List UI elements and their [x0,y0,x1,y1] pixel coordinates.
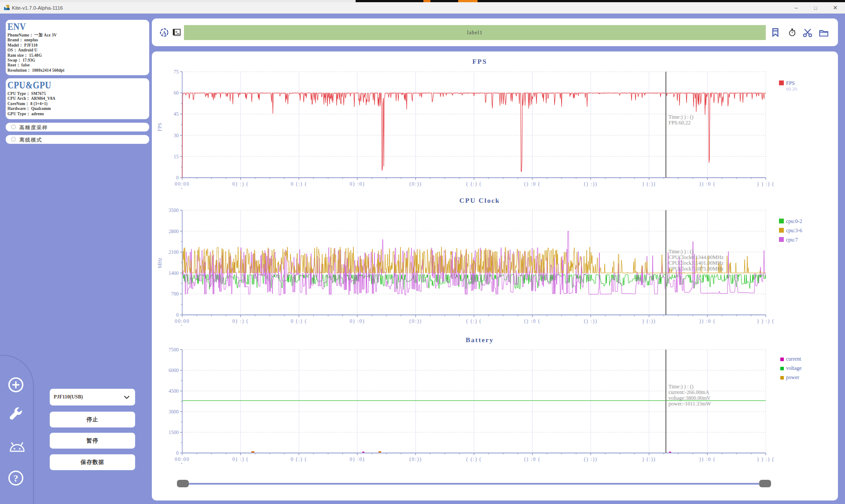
svg-text:cpu:0-2: cpu:0-2 [786,218,802,224]
svg-text:3500: 3500 [169,208,179,213]
svg-text:cpu:7: cpu:7 [786,237,798,243]
svg-text:6000: 6000 [169,368,179,373]
svg-text:(0:)): (0:)) [409,318,422,324]
svg-text:0) :0): 0) :0) [349,318,365,324]
svg-text:1500: 1500 [169,430,179,435]
svg-text:CPUClock7:1875.00MHz: CPUClock7:1875.00MHz [669,266,724,272]
svg-text:00:00: 00:00 [175,457,190,462]
svg-text:() :)): () :)) [584,318,598,324]
svg-text:) ) :) (: ) ) :) ( [757,181,775,187]
svg-text:FPS:60.22: FPS:60.22 [669,120,691,126]
svg-text:FPS: FPS [472,58,487,65]
svg-text:) ) :) (: ) ) :) ( [757,318,775,324]
svg-text:CPU Clock: CPU Clock [459,197,500,204]
svg-text:current: current [786,356,801,362]
svg-text:7500: 7500 [169,347,179,352]
svg-text:0) :0): 0) :0) [349,181,365,187]
svg-text:1400: 1400 [169,270,179,276]
svg-text:0: 0 [176,312,179,318]
svg-text:MHz: MHz [157,258,162,268]
svg-text:power: power [786,374,799,380]
svg-text:0) :) (: 0) :) ( [232,181,249,187]
svg-text:Battery: Battery [466,336,494,343]
svg-text:CPUClock0:1344.00MHz: CPUClock0:1344.00MHz [669,254,724,260]
svg-text:(0:)): (0:)) [409,457,422,462]
svg-text:( (:) (: ( (:) ( [466,181,481,187]
svg-text:2100: 2100 [169,249,179,255]
svg-text:power:-1011.33mW: power:-1011.33mW [669,401,711,407]
svg-text:) (:)): ) (:)) [642,457,656,462]
svg-text:() :0 (: () :0 ( [524,181,540,187]
svg-text:3000: 3000 [169,409,179,414]
svg-text:Time:) ) : (): Time:) ) : () [669,114,694,120]
svg-text:FPS: FPS [786,80,795,86]
svg-text:0: 0 [176,175,179,180]
svg-text:A: A [162,29,166,36]
svg-text:voltage: voltage [786,365,801,371]
svg-text:FPS: FPS [157,123,162,131]
svg-text:(0:)): (0:)) [409,181,422,187]
svg-text:0) :) (: 0) :) ( [232,318,249,324]
svg-text:) ) :) (: ) ) :) ( [757,457,775,462]
svg-text:) (:)): ) (:)) [642,318,656,324]
svg-text:current:-266.00mA: current:-266.00mA [669,389,709,395]
svg-text:30: 30 [174,133,179,138]
svg-text:( (:) (: ( (:) ( [466,318,481,324]
svg-text:0 (:) (: 0 (:) ( [291,181,307,187]
svg-text:0) :) (: 0) :) ( [232,457,249,462]
svg-text:CPUClock3:1401.00MHz: CPUClock3:1401.00MHz [669,260,724,266]
svg-text:() :0 (: () :0 ( [524,457,540,462]
svg-text:4500: 4500 [169,388,179,394]
svg-text:?: ? [14,473,18,484]
svg-text:45: 45 [174,111,179,117]
svg-text:0) :0): 0) :0) [349,457,365,462]
svg-text:15: 15 [174,154,179,159]
svg-text:00:00: 00:00 [175,181,190,186]
svg-text:() :)): () :)) [584,457,598,462]
svg-text:( (:) (: ( (:) ( [466,457,481,462]
svg-text:) (:)): ) (:)) [642,181,656,187]
svg-text:)) :0 (: )) :0 ( [699,457,716,462]
svg-text:Time:) ) : (): Time:) ) : () [669,248,694,255]
svg-text:75: 75 [174,69,179,74]
svg-text:cpu:3-6: cpu:3-6 [786,227,802,234]
svg-text:700: 700 [171,291,179,296]
svg-text:)) :0 (: )) :0 ( [699,318,716,324]
svg-text:00:00: 00:00 [175,318,190,324]
svg-text:0 (:) (: 0 (:) ( [291,318,307,324]
svg-text:voltage:3800.00mV: voltage:3800.00mV [669,395,711,401]
svg-text:0: 0 [176,450,179,456]
svg-text:() :0 (: () :0 ( [524,318,540,324]
svg-text:2800: 2800 [169,229,179,234]
svg-text:60: 60 [174,90,179,95]
svg-text:0 (:) (: 0 (:) ( [291,457,307,462]
svg-text:60.20: 60.20 [786,86,797,91]
svg-text:Time:) ) : (): Time:) ) : () [669,383,694,390]
svg-text:)) :0 (: )) :0 ( [699,181,716,187]
svg-text:() :)): () :)) [584,181,598,187]
